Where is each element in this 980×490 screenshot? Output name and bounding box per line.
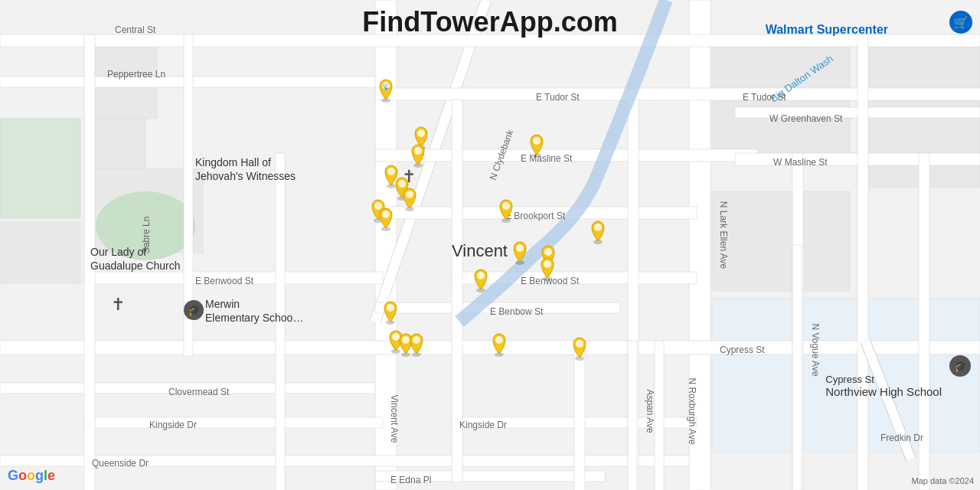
walmart-label: Walmart Supercenter — [766, 23, 888, 37]
n-roxburgh-ave-label: N Roxburgh Ave — [687, 377, 697, 444]
svg-rect-46 — [628, 341, 637, 490]
svg-point-91 — [576, 340, 583, 348]
tower-marker-13 — [587, 217, 609, 244]
svg-point-69 — [502, 202, 510, 210]
our-lady-cross-icon: ✝ — [111, 295, 125, 315]
kingside-dr-left-label: Kingside Dr — [149, 420, 197, 430]
vincent-label: Vincent — [452, 241, 508, 261]
svg-rect-30 — [84, 417, 383, 428]
tower-marker-8 — [375, 204, 397, 231]
tower-marker-10 — [495, 195, 517, 223]
svg-point-71 — [516, 244, 524, 252]
peppertree-ln-label: Peppertree Ln — [107, 69, 165, 80]
aspan-ave-label: Aspan Ave — [645, 389, 655, 433]
clovermead-st-label: Clovermead St — [168, 387, 229, 397]
tower-marker-6 — [399, 184, 420, 211]
e-benwood-st-left-label: E Benwood St — [195, 276, 253, 286]
tower-marker-19 — [406, 329, 427, 357]
svg-point-61 — [406, 191, 413, 198]
svg-rect-47 — [655, 341, 664, 490]
vincent-ave-label: Vincent Ave — [389, 381, 400, 457]
tower-marker-9 — [526, 130, 547, 158]
tower-marker-20 — [488, 329, 510, 357]
svg-point-77 — [477, 272, 485, 279]
tower-marker-11 — [509, 237, 531, 265]
northview-school-icon: 🎓 — [949, 355, 971, 377]
svg-point-67 — [533, 137, 541, 145]
queenside-dr-label: Queenside Dr — [92, 458, 149, 469]
svg-rect-36 — [858, 34, 868, 490]
svg-point-87 — [413, 336, 420, 344]
tower-marker-14 — [470, 265, 492, 292]
svg-point-89 — [495, 336, 503, 344]
svg-point-75 — [594, 224, 602, 231]
tower-marker-15 — [537, 253, 558, 281]
e-benbow-st-label: E Benbow St — [490, 306, 543, 317]
svg-point-79 — [544, 260, 551, 268]
our-lady-label: Our Lady of Guadalupe Church — [90, 245, 181, 273]
tower-marker-21 — [569, 333, 590, 361]
central-st-label: Central St — [115, 24, 155, 35]
tower-marker-1: 📡 — [375, 75, 397, 103]
tower-marker-3 — [407, 140, 429, 168]
kingdom-hall-label: Kingdom Hall of Jehovah's Witnesses — [195, 155, 296, 183]
n-lark-ellen-ave-label: N Lark Ellen Ave — [718, 185, 729, 285]
svg-point-81 — [387, 304, 394, 312]
google-logo: G o o g l e — [8, 468, 55, 484]
svg-point-65 — [382, 211, 390, 218]
svg-rect-6 — [0, 222, 80, 283]
northview-label: Cypress St Northview High School — [825, 374, 942, 398]
svg-point-55 — [414, 147, 422, 155]
n-vogue-ave-label: N Vogue Ave — [810, 323, 821, 376]
tower-marker-16 — [380, 297, 401, 325]
svg-rect-10 — [712, 191, 850, 291]
svg-text:📡: 📡 — [382, 83, 390, 90]
w-greenhaven-label: W Greenhaven St — [769, 113, 842, 124]
map-attribution: Map data ©2024 — [912, 476, 975, 485]
svg-rect-38 — [574, 341, 585, 490]
kingside-dr-right-label: Kingside Dr — [459, 420, 507, 430]
svg-rect-3 — [0, 119, 80, 218]
e-edna-pl-label: E Edna Pl — [390, 475, 431, 485]
merwin-school-icon: 🎓 — [184, 300, 204, 320]
e-tudor-right-label: E Tudor St — [743, 92, 786, 103]
cypress-st-right-label: Cypress St — [720, 345, 765, 355]
fredkin-dr-label: Fredkin Dr — [880, 433, 923, 443]
svg-rect-9 — [712, 96, 850, 157]
svg-rect-48 — [792, 245, 802, 490]
svg-rect-20 — [375, 88, 980, 100]
walmart-icon: 🛒 — [949, 11, 972, 34]
e-tudor-st-label: E Tudor St — [536, 92, 580, 103]
w-masline-st-label: W Masline St — [773, 157, 828, 168]
merwin-label: Merwin Elementary Schoo… — [205, 297, 303, 325]
app-title: FindTowerApp.com — [362, 6, 617, 38]
map-container[interactable]: FindTowerApp.com 🛒 Walmart Supercenter B… — [0, 0, 980, 490]
svg-point-53 — [417, 129, 425, 137]
